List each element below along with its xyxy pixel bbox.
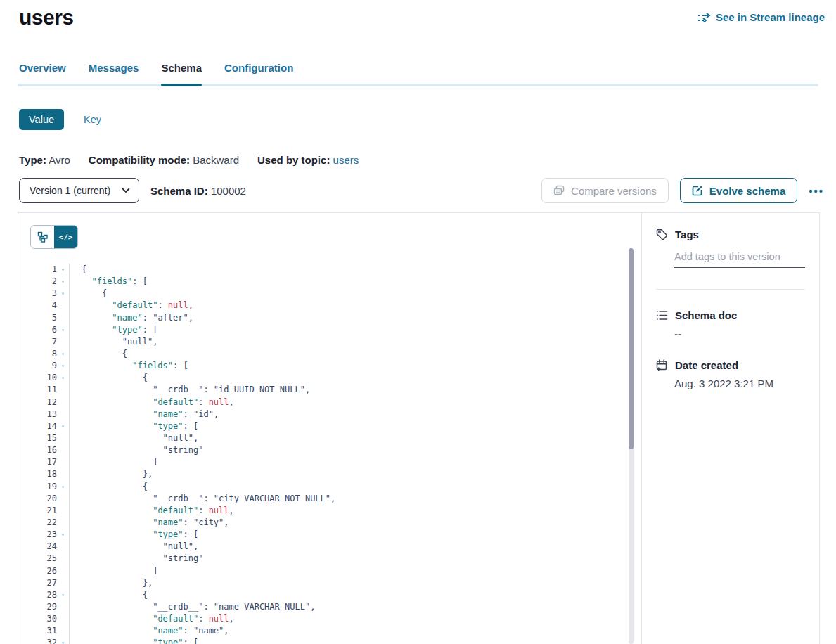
more-options-button[interactable]: ••• xyxy=(809,185,824,197)
code-text: "default": null, xyxy=(69,397,641,408)
line-number: 3 xyxy=(30,288,57,300)
value-tab-button[interactable]: Value xyxy=(19,109,64,130)
fold-arrow-icon[interactable]: ▾ xyxy=(57,420,69,432)
stream-lineage-icon xyxy=(697,13,711,22)
line-number: 20 xyxy=(30,493,57,505)
fold-arrow-icon[interactable]: ▾ xyxy=(57,288,69,300)
stream-lineage-link[interactable]: See in Stream lineage xyxy=(697,11,825,23)
fold-arrow-icon[interactable]: ▾ xyxy=(57,360,69,372)
line-number: 11 xyxy=(30,384,57,396)
code-text: { xyxy=(69,348,641,360)
code-text: "name": "id", xyxy=(69,408,641,420)
tags-input[interactable] xyxy=(674,250,805,268)
line-number: 16 xyxy=(30,444,57,456)
code-text: "string" xyxy=(69,444,641,456)
code-line: 30 "default": null, xyxy=(30,613,641,625)
fold-arrow-icon[interactable]: ▾ xyxy=(57,276,69,288)
line-number: 28 xyxy=(30,589,57,601)
schema-id: Schema ID: 100002 xyxy=(150,185,246,197)
fold-arrow-icon[interactable]: ▾ xyxy=(57,324,69,336)
code-text: "type": [ xyxy=(69,637,641,644)
fold-spacer xyxy=(57,456,69,468)
schema-sidebar: Tags Schema doc -- xyxy=(641,213,819,644)
tab-configuration[interactable]: Configuration xyxy=(224,62,293,84)
code-text: "default": null, xyxy=(69,300,641,311)
tree-view-button[interactable] xyxy=(31,226,54,248)
evolve-schema-button[interactable]: Evolve schema xyxy=(680,178,797,203)
schema-doc-value: -- xyxy=(674,328,805,340)
code-text: "__crdb__": "id UUID NOT NULL", xyxy=(69,384,641,396)
code-text: { xyxy=(69,589,641,601)
code-view-button[interactable]: </> xyxy=(54,226,77,248)
fold-spacer xyxy=(57,505,69,517)
editor-scrollbar-thumb[interactable] xyxy=(629,248,634,449)
line-number: 6 xyxy=(30,324,57,336)
code-text: "__crdb__": "city VARCHAR NOT NULL", xyxy=(69,493,641,505)
line-number: 32 xyxy=(30,637,57,644)
fold-arrow-icon[interactable]: ▾ xyxy=(57,529,69,541)
compare-versions-button[interactable]: Compare versions xyxy=(541,178,669,203)
tree-view-icon xyxy=(37,231,49,243)
fold-spacer xyxy=(57,517,69,529)
tab-overview[interactable]: Overview xyxy=(19,62,66,84)
used-by-topic-link[interactable]: users xyxy=(333,154,359,166)
line-number: 23 xyxy=(30,529,57,541)
tag-icon xyxy=(656,228,668,240)
line-number: 18 xyxy=(30,468,57,480)
fold-arrow-icon[interactable]: ▾ xyxy=(57,637,69,644)
line-number: 9 xyxy=(30,360,57,372)
tab-track xyxy=(18,84,818,86)
editor-scrollbar-track[interactable] xyxy=(629,248,634,644)
fold-spacer xyxy=(57,601,69,613)
schema-doc-section: Schema doc -- xyxy=(656,309,805,340)
code-text: "name": "after", xyxy=(69,312,641,324)
fold-spacer xyxy=(57,541,69,553)
line-number: 19 xyxy=(30,481,57,493)
fold-spacer xyxy=(57,565,69,577)
code-text: "__crdb__": "name VARCHAR NULL", xyxy=(69,601,641,613)
fold-spacer xyxy=(57,432,69,444)
tags-title: Tags xyxy=(675,228,699,240)
code-line: 16 "string" xyxy=(30,444,641,456)
code-view-icon: </> xyxy=(59,233,73,242)
tab-bar: OverviewMessagesSchemaConfiguration xyxy=(18,62,818,84)
key-tab-button[interactable]: Key xyxy=(84,114,101,125)
compatibility-mode: Compatibility mode: Backward xyxy=(89,154,239,166)
code-line: 8▾ { xyxy=(30,348,641,360)
code-line: 5 "name": "after", xyxy=(30,312,641,324)
date-created-header: Date created xyxy=(656,359,805,371)
version-actions: Compare versions Evolve schema ••• xyxy=(541,178,824,203)
code-line: 11 "__crdb__": "id UUID NOT NULL", xyxy=(30,384,641,396)
code-text: ] xyxy=(69,565,641,577)
code-text: "fields": [ xyxy=(69,360,641,372)
fold-arrow-icon[interactable]: ▾ xyxy=(57,264,69,276)
code-text: "null", xyxy=(69,432,641,444)
code-line: 19▾ { xyxy=(30,481,641,493)
code-line: 29 "__crdb__": "name VARCHAR NULL", xyxy=(30,601,641,613)
code-line: 2▾ "fields": [ xyxy=(30,276,641,288)
fold-spacer xyxy=(57,312,69,324)
line-number: 14 xyxy=(30,420,57,432)
tab-schema[interactable]: Schema xyxy=(161,62,202,84)
fold-arrow-icon[interactable]: ▾ xyxy=(57,372,69,384)
date-created-value: Aug. 3 2022 3:21 PM xyxy=(674,378,805,389)
version-select[interactable]: Version 1 (current) xyxy=(19,178,139,203)
line-number: 1 xyxy=(30,264,57,276)
code-line: 15 "null", xyxy=(30,432,641,444)
fold-arrow-icon[interactable]: ▾ xyxy=(57,348,69,360)
tab-messages[interactable]: Messages xyxy=(89,62,139,84)
fold-spacer xyxy=(57,408,69,420)
fold-spacer xyxy=(57,577,69,589)
schema-type: Type: Avro xyxy=(19,154,70,166)
code-line: 17 ] xyxy=(30,456,641,468)
fold-arrow-icon[interactable]: ▾ xyxy=(57,481,69,493)
tags-section-header: Tags xyxy=(656,228,805,240)
fold-spacer xyxy=(57,493,69,505)
version-bar: Version 1 (current) Schema ID: 100002 Co… xyxy=(19,178,824,203)
line-number: 10 xyxy=(30,372,57,384)
fold-arrow-icon[interactable]: ▾ xyxy=(57,589,69,601)
line-number: 12 xyxy=(30,397,57,408)
code-line: 13 "name": "id", xyxy=(30,408,641,420)
schema-type-label: Type: xyxy=(19,154,46,166)
line-number: 30 xyxy=(30,613,57,625)
